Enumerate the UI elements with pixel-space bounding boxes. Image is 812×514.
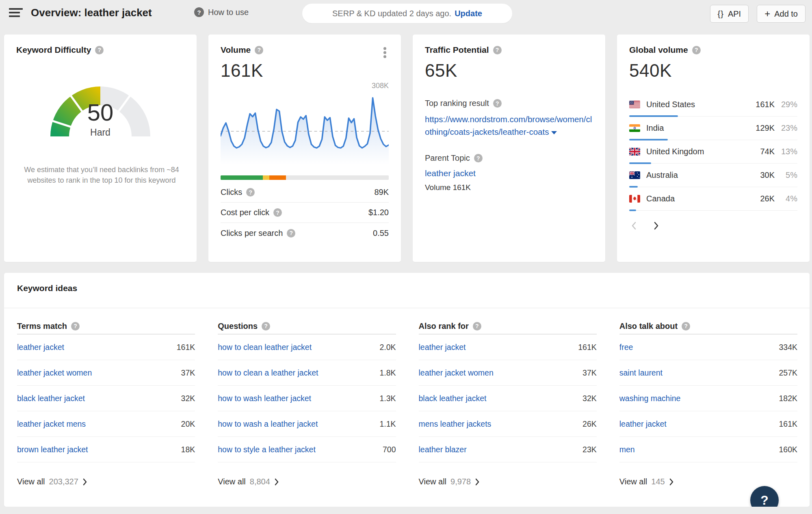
help-icon[interactable]: ? xyxy=(71,322,80,330)
how-to-use-label: How to use xyxy=(208,8,249,17)
volume-value: 161K xyxy=(221,60,389,81)
keyword-link[interactable]: leather jacket mens xyxy=(17,419,86,429)
help-icon[interactable]: ? xyxy=(682,322,690,330)
help-icon[interactable]: ? xyxy=(255,46,263,54)
country-row-ca: Canada 26K 4% xyxy=(629,187,797,211)
add-to-button[interactable]: + Add to xyxy=(757,5,806,23)
keyword-row: leather jacket 161K xyxy=(419,335,597,360)
country-volume: 74K xyxy=(760,147,775,156)
keyword-link[interactable]: how to wash leather jacket xyxy=(218,394,311,403)
braces-icon: {} xyxy=(718,9,724,19)
help-icon[interactable]: ? xyxy=(287,229,295,238)
keyword-volume: 32K xyxy=(582,394,597,403)
country-volume: 30K xyxy=(760,171,775,180)
clicks-bar-segment-orange xyxy=(269,175,286,180)
how-to-use-link[interactable]: ? How to use xyxy=(194,7,249,17)
help-icon[interactable]: ? xyxy=(246,188,255,197)
keyword-link[interactable]: leather jacket xyxy=(17,343,64,352)
metric-value: 89K xyxy=(374,188,389,197)
pager-prev-icon[interactable] xyxy=(631,221,637,230)
help-icon[interactable]: ? xyxy=(474,154,483,162)
keyword-link[interactable]: how to clean leather jacket xyxy=(218,343,312,352)
keyword-volume: 161K xyxy=(779,419,797,429)
keyword-row: saint laurent 257K xyxy=(619,360,797,386)
view-all-link[interactable]: View all 203,327 xyxy=(17,477,87,486)
country-percent: 5% xyxy=(775,171,797,180)
volume-metric-row: Cost per click ? $1.20 xyxy=(221,203,389,223)
keyword-link[interactable]: how to clean a leather jacket xyxy=(218,368,318,378)
kebab-menu-icon[interactable] xyxy=(383,46,386,59)
country-pager xyxy=(629,221,797,230)
update-link[interactable]: Update xyxy=(455,9,482,18)
volume-metrics: Clicks ? 89KCost per click ? $1.20Clicks… xyxy=(221,182,389,243)
help-icon[interactable]: ? xyxy=(273,208,282,217)
parent-topic-label: Parent Topic ? xyxy=(425,153,593,163)
country-row-au: Australia 30K 5% xyxy=(629,164,797,187)
keyword-ideas-title: Keyword ideas xyxy=(17,283,797,293)
keyword-link[interactable]: washing machine xyxy=(619,394,681,403)
country-name: United States xyxy=(646,100,695,109)
view-all-link[interactable]: View all 145 xyxy=(619,477,674,486)
keyword-volume: 1.1K xyxy=(379,419,396,429)
metric-value: $1.20 xyxy=(368,208,389,217)
column-header: Terms match ? xyxy=(17,318,195,335)
keyword-link[interactable]: mens leather jackets xyxy=(419,419,492,429)
country-name: Canada xyxy=(646,194,675,203)
serp-update-pill: SERP & KD updated 2 days ago. Update xyxy=(302,4,512,23)
keyword-link[interactable]: leather jacket xyxy=(419,343,466,352)
keyword-row: black leather jacket 32K xyxy=(17,386,195,411)
keyword-link[interactable]: how to style a leather jacket xyxy=(218,445,316,454)
keyword-row: how to clean a leather jacket 1.8K xyxy=(218,360,396,386)
chevron-right-icon xyxy=(274,478,279,486)
keyword-link[interactable]: men xyxy=(619,445,635,454)
help-icon[interactable]: ? xyxy=(493,46,502,54)
keyword-volume: 1.3K xyxy=(379,394,396,403)
keyword-link[interactable]: leather jacket xyxy=(619,419,667,429)
volume-trend-chart xyxy=(221,91,389,172)
keyword-row: brown leather jacket 18K xyxy=(17,437,195,462)
keyword-link[interactable]: leather jacket women xyxy=(17,368,92,378)
keyword-link[interactable]: black leather jacket xyxy=(419,394,487,403)
view-all-link[interactable]: View all 8,804 xyxy=(218,477,279,486)
keyword-link[interactable]: how to wash a leather jacket xyxy=(218,419,318,429)
keyword-volume: 334K xyxy=(779,343,797,352)
keyword-link[interactable]: free xyxy=(619,343,633,352)
flag-us-icon xyxy=(629,101,640,108)
keyword-volume: 37K xyxy=(582,368,597,378)
help-icon[interactable]: ? xyxy=(692,46,701,54)
keyword-link[interactable]: leather blazer xyxy=(419,445,467,454)
keyword-row: how to clean leather jacket 2.0K xyxy=(218,335,396,360)
plus-icon: + xyxy=(764,10,770,18)
help-icon[interactable]: ? xyxy=(473,322,481,330)
ideas-column-also-rank-for: Also rank for ? leather jacket 161K leat… xyxy=(419,318,597,486)
kd-note: We estimate that you’ll need backlinks f… xyxy=(16,164,187,186)
ideas-column-terms-match: Terms match ? leather jacket 161K leathe… xyxy=(17,318,195,486)
kd-score: 50 xyxy=(39,99,161,126)
help-icon[interactable]: ? xyxy=(493,99,502,108)
keyword-link[interactable]: saint laurent xyxy=(619,368,663,378)
traffic-potential-card: Traffic Potential ? 65K Top ranking resu… xyxy=(413,35,605,262)
view-all-count: 9,978 xyxy=(450,477,471,486)
global-volume-value: 540K xyxy=(629,60,797,81)
keyword-link[interactable]: leather jacket women xyxy=(419,368,494,378)
flag-in-icon xyxy=(629,124,640,132)
pager-next-icon[interactable] xyxy=(654,221,659,230)
keyword-link[interactable]: brown leather jacket xyxy=(17,445,88,454)
add-to-button-label: Add to xyxy=(774,9,798,19)
keyword-link[interactable]: black leather jacket xyxy=(17,394,85,403)
top-ranking-result-label: Top ranking result ? xyxy=(425,99,593,108)
view-all-link[interactable]: View all 9,978 xyxy=(419,477,480,486)
country-percent: 23% xyxy=(775,123,797,133)
sidebar-toggle-hamburger-icon[interactable] xyxy=(9,8,24,19)
traffic-potential-value: 65K xyxy=(425,60,593,81)
keyword-volume: 18K xyxy=(181,445,195,454)
help-icon[interactable]: ? xyxy=(262,322,270,330)
country-row-gb: United Kingdom 74K 13% xyxy=(629,140,797,164)
parent-topic-link[interactable]: leather jacket xyxy=(425,168,476,178)
top-ranking-result-link[interactable]: https://www.nordstrom.com/browse/women/c… xyxy=(425,113,593,138)
api-button[interactable]: {} API xyxy=(710,5,749,23)
keyword-row: washing machine 182K xyxy=(619,386,797,411)
country-row-us: United States 161K 29% xyxy=(629,93,797,117)
help-icon[interactable]: ? xyxy=(95,46,104,54)
ideas-column-questions: Questions ? how to clean leather jacket … xyxy=(218,318,396,486)
